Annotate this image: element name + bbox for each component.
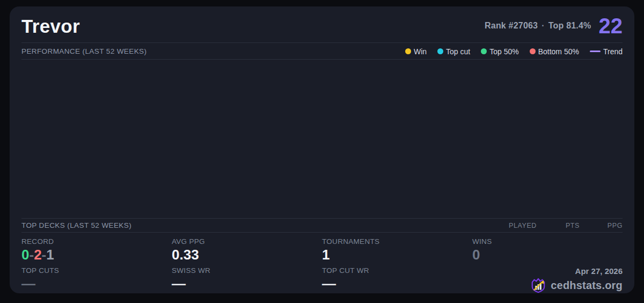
stat-label: WINS (472, 237, 623, 246)
legend-label: Top cut (446, 47, 470, 56)
top-decks-section-header: TOP DECKS (LAST 52 WEEKS) PLAYED PTS PPG (21, 218, 623, 233)
chart-legend: Win Top cut Top 50% Bottom 50% Trend (405, 47, 623, 56)
legend-item-trend: Trend (590, 47, 623, 56)
top-cut-dot-icon (437, 48, 443, 54)
top-decks-title: TOP DECKS (LAST 52 WEEKS) (21, 221, 131, 229)
record-losses: 2 (34, 247, 41, 263)
stat-label: TOURNAMENTS (322, 237, 472, 246)
legend-label: Bottom 50% (538, 47, 579, 56)
screen: { "player": { "name": "Trevor", "rank_la… (0, 0, 644, 303)
record-separator: - (29, 247, 34, 263)
top-percent: Top 81.4% (548, 21, 591, 30)
rank-block: Rank #27063·Top 81.4% 22 (485, 16, 623, 35)
stat-record: RECORD 0-2-1 (21, 237, 172, 263)
card-header: Trevor Rank #27063·Top 81.4% 22 (21, 6, 623, 43)
win-dot-icon (405, 48, 411, 54)
stat-top-cuts: TOP CUTS — (21, 266, 172, 293)
rank-summary: Rank #27063·Top 81.4% (485, 21, 591, 31)
legend-item-win: Win (405, 47, 427, 56)
stat-label: SWISS WR (172, 266, 322, 275)
stat-wins: WINS 0 (472, 237, 623, 263)
legend-label: Top 50% (489, 47, 518, 56)
bottom50-dot-icon (530, 48, 536, 54)
legend-item-top-cut: Top cut (437, 47, 470, 56)
top-cuts-value: — (21, 276, 172, 292)
record-wins: 0 (21, 247, 29, 263)
legend-label: Win (414, 47, 427, 56)
cedhstats-logo-icon (530, 277, 546, 293)
stat-label: AVG PPG (172, 237, 322, 246)
trend-line-icon (590, 50, 601, 52)
record-separator: - (42, 247, 47, 263)
wins-value: 0 (472, 247, 623, 263)
top-decks-columns: PLAYED PTS PPG (494, 222, 623, 229)
rank-separator: · (541, 21, 545, 30)
avg-ppg-value: 0.33 (172, 247, 322, 263)
report-date: Apr 27, 2026 (575, 266, 623, 276)
tournaments-value: 1 (322, 247, 472, 263)
performance-title: PERFORMANCE (LAST 52 WEEKS) (21, 47, 147, 55)
swiss-wr-value: — (172, 276, 322, 292)
player-stats-card: Trevor Rank #27063·Top 81.4% 22 PERFORMA… (10, 6, 634, 293)
column-header-pts: PTS (537, 222, 580, 229)
legend-item-bottom50: Bottom 50% (530, 47, 579, 56)
player-name: Trevor (21, 17, 80, 35)
performance-chart-area (21, 60, 623, 218)
record-draws: 1 (46, 247, 54, 263)
column-header-played: PLAYED (494, 222, 537, 229)
footer-cell: Apr 27, 2026 cedhstats.org (472, 266, 623, 293)
top50-dot-icon (481, 48, 487, 54)
top-cut-wr-value: — (322, 276, 472, 292)
stat-top-cut-wr: TOP CUT WR — (322, 266, 472, 293)
player-score: 22 (599, 16, 623, 35)
rank-label: Rank #27063 (485, 21, 538, 30)
stat-swiss-wr: SWISS WR — (172, 266, 322, 293)
brand: cedhstats.org (530, 277, 623, 293)
stats-grid: RECORD 0-2-1 AVG PPG 0.33 TOURNAMENTS 1 … (21, 233, 623, 293)
legend-item-top50: Top 50% (481, 47, 518, 56)
brand-name: cedhstats.org (551, 279, 623, 292)
performance-section-header: PERFORMANCE (LAST 52 WEEKS) Win Top cut … (21, 43, 623, 60)
record-value: 0-2-1 (21, 247, 172, 263)
column-header-ppg: PPG (580, 222, 623, 229)
stat-avg-ppg: AVG PPG 0.33 (172, 237, 322, 263)
stat-label: TOP CUTS (21, 266, 172, 275)
stat-tournaments: TOURNAMENTS 1 (322, 237, 472, 263)
stat-label: RECORD (21, 237, 172, 246)
legend-label: Trend (603, 47, 623, 56)
stat-label: TOP CUT WR (322, 266, 472, 275)
